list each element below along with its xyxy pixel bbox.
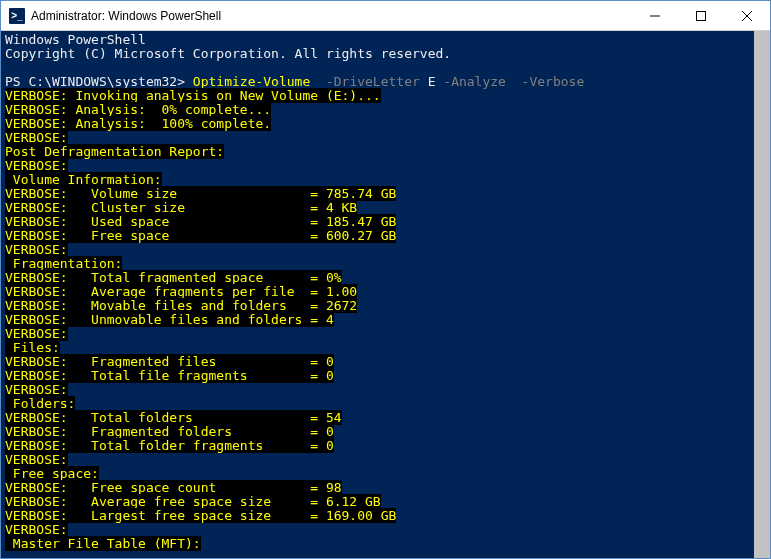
output-line: VERBOSE: Volume size = 785.74 GB [5, 187, 766, 201]
output-line: VERBOSE: Largest free space size = 169.0… [5, 509, 766, 523]
output-line: VERBOSE: Free space = 600.27 GB [5, 229, 766, 243]
output-line: VERBOSE: Analysis: 100% complete. [5, 117, 766, 131]
output-line: VERBOSE: [5, 243, 766, 257]
output-line: VERBOSE: Movable files and folders = 267… [5, 299, 766, 313]
output-line: VERBOSE: Total folder fragments = 0 [5, 439, 766, 453]
output-line: VERBOSE: [5, 453, 766, 467]
output-line: Files: [5, 341, 766, 355]
maximize-button[interactable] [678, 1, 724, 30]
window-controls [632, 1, 770, 30]
window-title: Administrator: Windows PowerShell [31, 9, 221, 23]
output-line: VERBOSE: [5, 159, 766, 173]
output-line: VERBOSE: [5, 523, 766, 537]
output-line: Master File Table (MFT): [5, 537, 766, 551]
output-line: VERBOSE: Fragmented folders = 0 [5, 425, 766, 439]
prompt-line: PS C:\WINDOWS\system32> Optimize-Volume … [5, 75, 766, 89]
output-line: VERBOSE: [5, 327, 766, 341]
svg-rect-1 [697, 11, 706, 20]
title-bar[interactable]: >_ Administrator: Windows PowerShell [1, 1, 770, 31]
header-line: Windows PowerShell [5, 33, 766, 47]
output-line: VERBOSE: Average fragments per file = 1.… [5, 285, 766, 299]
close-button[interactable] [724, 1, 770, 30]
output-line: VERBOSE: Analysis: 0% complete... [5, 103, 766, 117]
close-icon [742, 11, 752, 21]
output-line: Volume Information: [5, 173, 766, 187]
vertical-scrollbar[interactable] [754, 31, 770, 558]
output-line: VERBOSE: Fragmented files = 0 [5, 355, 766, 369]
maximize-icon [696, 11, 706, 21]
param-verbose: -Verbose [522, 74, 585, 89]
powershell-window: >_ Administrator: Windows PowerShell Win… [0, 0, 771, 559]
output-line: VERBOSE: Free space count = 98 [5, 481, 766, 495]
output-line: VERBOSE: Total fragmented space = 0% [5, 271, 766, 285]
output-line: VERBOSE: Total folders = 54 [5, 411, 766, 425]
output-line: VERBOSE: Invoking analysis on New Volume… [5, 89, 766, 103]
minimize-button[interactable] [632, 1, 678, 30]
output-line: Fragmentation: [5, 257, 766, 271]
param-driveletter: -DriveLetter [326, 74, 420, 89]
blank-line [5, 61, 766, 75]
prompt-path: PS C:\WINDOWS\system32> [5, 74, 193, 89]
output-line: Post Defragmentation Report: [5, 145, 766, 159]
output-line: VERBOSE: Unmovable files and folders = 4 [5, 313, 766, 327]
param-analyze: -Analyze [443, 74, 506, 89]
output-line: VERBOSE: Used space = 185.47 GB [5, 215, 766, 229]
output-line: VERBOSE: Total file fragments = 0 [5, 369, 766, 383]
powershell-icon: >_ [9, 8, 25, 24]
output-line: VERBOSE: Cluster size = 4 KB [5, 201, 766, 215]
console-area[interactable]: Windows PowerShell Copyright (C) Microso… [1, 31, 770, 558]
copyright-line: Copyright (C) Microsoft Corporation. All… [5, 47, 766, 61]
output-line: VERBOSE: [5, 131, 766, 145]
output-line: VERBOSE: Average free space size = 6.12 … [5, 495, 766, 509]
output-line: Free space: [5, 467, 766, 481]
output-line: VERBOSE: [5, 383, 766, 397]
title-area: >_ Administrator: Windows PowerShell [1, 8, 221, 24]
scrollbar-thumb[interactable] [754, 31, 770, 558]
minimize-icon [650, 11, 660, 21]
command-name: Optimize-Volume [193, 74, 310, 89]
output-line: Folders: [5, 397, 766, 411]
